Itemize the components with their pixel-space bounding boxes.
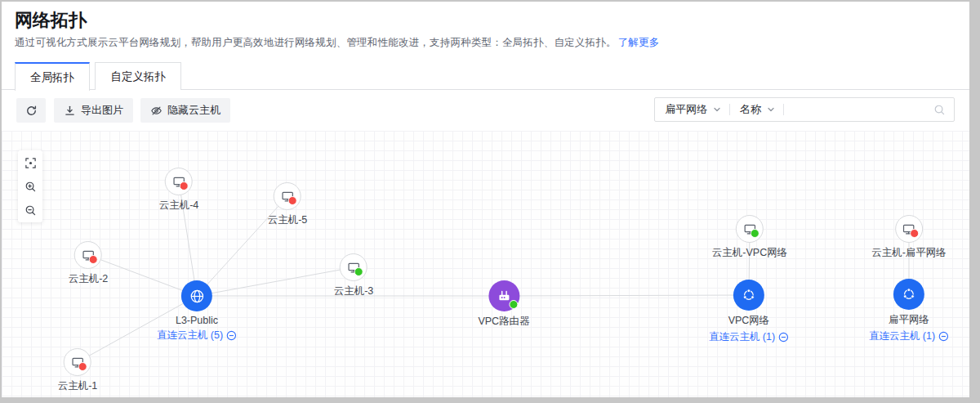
direct-hosts-link-label: 直连云主机 (1)	[869, 329, 935, 343]
node-label: 云主机-5	[268, 213, 308, 227]
search-input[interactable]	[784, 98, 933, 121]
canvas-control-panel	[18, 150, 42, 222]
direct-hosts-link[interactable]: 直连云主机 (1)	[869, 329, 949, 343]
search-filter-bar: 扁平网络 名称	[654, 97, 955, 122]
direct-hosts-link[interactable]: 直连云主机 (1)	[709, 330, 789, 344]
topology-node-vpc-network[interactable]: VPC网络直连云主机 (1)	[709, 280, 789, 344]
tab-global-topology[interactable]: 全局拓扑	[15, 62, 90, 91]
status-dot-error	[288, 196, 297, 205]
learn-more-link[interactable]: 了解更多	[618, 37, 660, 48]
status-dot-error	[78, 362, 87, 371]
search-icon[interactable]	[933, 104, 954, 116]
node-label: VPC网络	[728, 314, 770, 328]
download-icon	[64, 105, 76, 117]
topology-node-flat-network[interactable]: 扁平网络直连云主机 (1)	[869, 279, 949, 343]
minus-circle-icon[interactable]	[778, 332, 789, 343]
refresh-button[interactable]	[16, 98, 46, 123]
node-label: 云主机-扁平网络	[871, 246, 947, 260]
share-network-icon	[741, 287, 757, 303]
topology-node-host-3[interactable]: 云主机-3	[334, 253, 374, 298]
node-label: 云主机-1	[58, 379, 98, 393]
page-description: 通过可视化方式展示云平台网络规划，帮助用户更高效地进行网络规划、管理和性能改进，…	[15, 36, 659, 50]
share-network-icon	[901, 286, 917, 302]
refresh-icon	[25, 105, 38, 117]
tab-custom-topology[interactable]: 自定义拓扑	[95, 62, 181, 90]
tab-label: 全局拓扑	[30, 70, 74, 85]
topology-node-l3-public[interactable]: L3-Public直连云主机 (5)	[157, 280, 237, 343]
topology-node-host-4[interactable]: 云主机-4	[159, 168, 199, 213]
zoom-in-button[interactable]	[24, 180, 37, 193]
topology-canvas[interactable]: 云主机-4云主机-5云主机-2云主机-3云主机-1L3-Public直连云主机 …	[2, 131, 969, 397]
export-image-label: 导出图片	[81, 103, 123, 118]
search-field-value: 名称	[740, 102, 761, 117]
network-type-value: 扁平网络	[665, 102, 707, 117]
status-dot-running	[751, 229, 760, 238]
zoom-in-icon	[24, 181, 37, 193]
status-dot-error	[89, 255, 98, 264]
node-label: 扁平网络	[889, 313, 929, 327]
tab-bar: 全局拓扑 自定义拓扑	[2, 62, 969, 90]
hide-hosts-button[interactable]: 隐藏云主机	[140, 98, 230, 123]
topology-node-host-1[interactable]: 云主机-1	[58, 348, 98, 393]
fit-view-icon	[24, 157, 37, 169]
page-description-text: 通过可视化方式展示云平台网络规划，帮助用户更高效地进行网络规划、管理和性能改进，…	[15, 37, 617, 48]
app-window: 网络拓扑 通过可视化方式展示云平台网络规划，帮助用户更高效地进行网络规划、管理和…	[2, 2, 969, 397]
status-dot-running	[354, 267, 363, 276]
tab-label: 自定义拓扑	[110, 69, 166, 84]
node-label: L3-Public	[176, 315, 218, 326]
page-title: 网络拓扑	[15, 8, 87, 33]
node-label: VPC路由器	[478, 315, 529, 329]
status-dot-error	[910, 229, 919, 238]
search-field-select[interactable]: 名称	[730, 102, 783, 117]
topology-node-host-vpc[interactable]: 云主机-VPC网络	[712, 215, 787, 260]
zoom-out-button[interactable]	[24, 204, 37, 217]
fit-view-button[interactable]	[24, 156, 37, 169]
status-dot-error	[180, 181, 189, 190]
direct-hosts-link[interactable]: 直连云主机 (5)	[157, 329, 237, 343]
node-label: 云主机-VPC网络	[712, 246, 787, 260]
minus-circle-icon[interactable]	[226, 330, 237, 341]
direct-hosts-link-label: 直连云主机 (5)	[157, 329, 223, 343]
topology-node-host-flat[interactable]: 云主机-扁平网络	[871, 215, 947, 260]
toolbar: 导出图片 隐藏云主机 扁平网络 名称	[2, 90, 969, 131]
topology-node-host-2[interactable]: 云主机-2	[69, 241, 109, 286]
network-type-select[interactable]: 扁平网络	[655, 102, 729, 117]
node-label: 云主机-4	[159, 199, 199, 213]
node-label: 云主机-2	[69, 272, 109, 286]
topology-node-vpc-router[interactable]: VPC路由器	[478, 280, 529, 329]
status-dot-running	[509, 300, 518, 309]
export-image-button[interactable]: 导出图片	[54, 98, 133, 123]
hide-hosts-label: 隐藏云主机	[167, 103, 220, 118]
eye-off-icon	[150, 105, 163, 117]
globe-icon	[189, 288, 206, 305]
topology-edges	[2, 131, 969, 397]
direct-hosts-link-label: 直连云主机 (1)	[709, 330, 775, 344]
minus-circle-icon[interactable]	[938, 331, 949, 342]
node-label: 云主机-3	[334, 284, 374, 298]
topology-node-host-5[interactable]: 云主机-5	[268, 182, 308, 227]
zoom-out-icon	[24, 204, 37, 217]
chevron-down-icon	[713, 105, 721, 114]
chevron-down-icon	[767, 105, 775, 114]
